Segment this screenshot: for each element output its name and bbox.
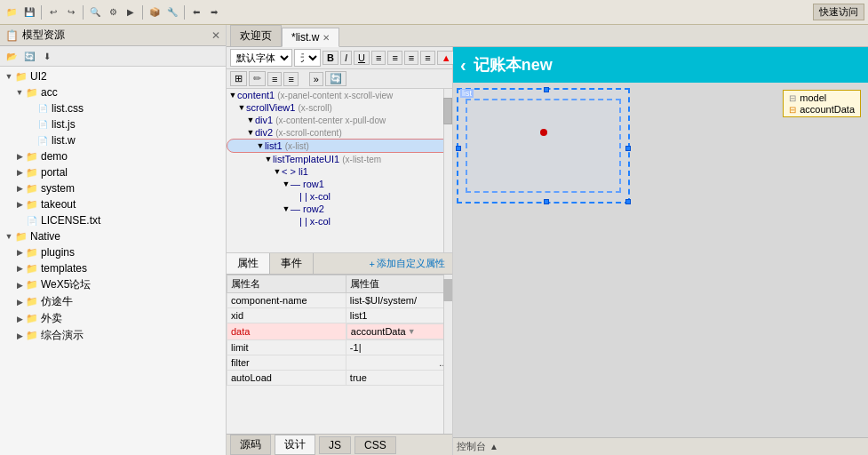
props-scrollbar[interactable] (443, 275, 452, 434)
tree-arrow-wex5[interactable]: ▶ (14, 281, 25, 290)
dom-item-scrollview1[interactable]: ▼ scrollView1 (x-scroll) (227, 101, 452, 114)
tree-item-list-w[interactable]: 📄 list.w (0, 132, 226, 148)
quick-access-button[interactable]: 快速访问 (813, 4, 864, 20)
toolbar-icon-8[interactable]: 📦 (147, 4, 163, 20)
tab-listw-close[interactable]: ✕ (323, 33, 330, 43)
dom-arrow-row2[interactable]: ▼ (282, 204, 291, 213)
handle-bottom[interactable] (544, 199, 549, 204)
more-button[interactable]: » (309, 72, 323, 86)
dom-item-xcol2[interactable]: | | x-col (227, 215, 452, 228)
dom-tree-scrollbar-thumb[interactable] (443, 98, 452, 124)
tree-arrow-ui2[interactable]: ▼ (4, 72, 14, 81)
toolbar-icon-4[interactable]: ↪ (63, 4, 79, 20)
left-toolbar-icon-3[interactable]: ⬇ (39, 48, 55, 64)
dom-item-div2[interactable]: ▼ div2 (x-scroll-content) (227, 126, 452, 139)
tree-item-templates[interactable]: ▶ 📁 templates (0, 260, 226, 276)
tree-arrow-templates[interactable]: ▶ (14, 264, 25, 273)
tree-arrow-zonghe[interactable]: ▶ (14, 331, 25, 340)
dom-item-content1[interactable]: ▼ content1 (x-panel-content x-scroll-vie… (227, 89, 452, 101)
tab-listw[interactable]: *list.w ✕ (282, 28, 339, 47)
toolbar-icon-6[interactable]: ⚙ (105, 4, 121, 20)
handle-bottom-right[interactable] (625, 199, 631, 204)
tree-item-plugins[interactable]: ▶ 📁 plugins (0, 244, 226, 260)
bottom-tab-js[interactable]: JS (319, 436, 351, 454)
props-scrollbar-thumb[interactable] (443, 279, 452, 301)
left-toolbar-icon-2[interactable]: 🔄 (21, 48, 37, 64)
tab-welcome[interactable]: 欢迎页 (230, 25, 282, 46)
dom-item-row1[interactable]: ▼ — row1 (227, 178, 452, 190)
prop-val-autoload[interactable]: true (346, 371, 451, 386)
tree-arrow-system[interactable]: ▶ (14, 184, 25, 193)
dom-arrow-list1[interactable]: ▼ (256, 141, 265, 150)
dom-arrow-li1[interactable]: ▼ (273, 167, 282, 176)
props-tab-properties[interactable]: 属性 (227, 253, 270, 274)
tree-arrow-acc[interactable]: ▼ (14, 88, 25, 97)
toolbar-icon-9[interactable]: 🔧 (164, 4, 180, 20)
dom-item-xcol1[interactable]: | | x-col (227, 190, 452, 203)
dom-arrow-listtemplate[interactable]: ▼ (264, 155, 273, 164)
tree-item-waimai[interactable]: ▶ 📁 外卖 (0, 310, 226, 327)
indent-button[interactable]: ≡ (283, 72, 298, 86)
toolbar-icon-7[interactable]: ▶ (123, 4, 139, 20)
dom-arrow-div1[interactable]: ▼ (246, 116, 255, 124)
toolbar-icon-2[interactable]: 💾 (21, 4, 37, 20)
dom-arrow-div2[interactable]: ▼ (246, 128, 255, 137)
tree-item-acc[interactable]: ▼ 📁 acc (0, 84, 226, 100)
dom-item-div1[interactable]: ▼ div1 (x-content-center x-pull-dow (227, 114, 452, 126)
back-button[interactable]: ‹ (460, 55, 466, 76)
prop-val-data[interactable]: accountData ▼ (346, 323, 452, 339)
tree-item-system[interactable]: ▶ 📁 system (0, 180, 226, 196)
tree-item-list-css[interactable]: 📄 list.css (0, 100, 226, 116)
tree-item-license[interactable]: 📄 LICENSE.txt (0, 212, 226, 228)
dom-item-list1[interactable]: ▼ list1 (x-list) (227, 139, 452, 153)
align-center-button[interactable]: ≡ (387, 51, 402, 65)
insert-table-button[interactable]: ⊞ (230, 71, 247, 86)
dom-item-row2[interactable]: ▼ — row2 (227, 203, 452, 215)
dom-arrow-content1[interactable]: ▼ (228, 91, 237, 100)
handle-top[interactable] (544, 87, 549, 92)
tree-item-fangtuniu[interactable]: ▶ 📁 仿途牛 (0, 293, 226, 310)
prop-val-xid[interactable]: list1 (346, 308, 451, 323)
tree-item-takeout[interactable]: ▶ 📁 takeout (0, 196, 226, 212)
tree-item-portal[interactable]: ▶ 📁 portal (0, 164, 226, 180)
dom-tree-scrollbar[interactable] (443, 89, 452, 252)
handle-left[interactable] (456, 146, 461, 151)
size-select[interactable]: 无 (294, 49, 321, 67)
tree-item-wex5[interactable]: ▶ 📁 WeX5论坛 (0, 276, 226, 293)
tree-arrow-plugins[interactable]: ▶ (14, 248, 25, 257)
toolbar-icon-11[interactable]: ➡ (206, 4, 222, 20)
props-tab-events[interactable]: 事件 (270, 253, 314, 274)
tree-arrow-takeout[interactable]: ▶ (14, 200, 25, 209)
dom-item-li1[interactable]: ▼ < > li1 (227, 165, 452, 178)
left-toolbar-icon-1[interactable]: 📂 (4, 48, 20, 64)
align-left-button[interactable]: ≡ (371, 51, 386, 65)
font-select[interactable]: 默认字体 (230, 49, 292, 67)
tree-item-zonghe[interactable]: ▶ 📁 综合演示 (0, 327, 226, 344)
dom-arrow-row1[interactable]: ▼ (282, 180, 291, 188)
tree-item-ui2[interactable]: ▼ 📁 UI2 (0, 68, 226, 84)
bottom-tab-css[interactable]: CSS (354, 436, 396, 454)
dom-item-listtemplate[interactable]: ▼ listTemplateUI1 (x-list-tem (227, 153, 452, 165)
bold-button[interactable]: B (323, 51, 338, 65)
bottom-tab-design[interactable]: 设计 (275, 435, 315, 455)
left-panel-close[interactable]: ✕ (211, 29, 220, 42)
data-dropdown-icon[interactable]: ▼ (408, 327, 416, 336)
underline-button[interactable]: U (354, 51, 370, 65)
tree-item-native[interactable]: ▼ 📁 Native (0, 228, 226, 244)
tree-arrow-native[interactable]: ▼ (4, 232, 14, 241)
bottom-tab-source[interactable]: 源码 (230, 435, 271, 455)
add-property-button[interactable]: + 添加自定义属性 (362, 253, 452, 274)
toolbar-icon-3[interactable]: ↩ (45, 4, 61, 20)
tree-item-demo[interactable]: ▶ 📁 demo (0, 148, 226, 164)
toolbar-icon-1[interactable]: 📁 (4, 4, 20, 20)
align-right-button[interactable]: ≡ (404, 51, 418, 65)
list-button[interactable]: ≡ (267, 72, 282, 86)
refresh-button[interactable]: 🔄 (325, 71, 346, 86)
dom-arrow-scrollview1[interactable]: ▼ (237, 103, 246, 112)
italic-button[interactable]: I (340, 51, 352, 65)
handle-right[interactable] (625, 146, 631, 151)
tree-arrow-portal[interactable]: ▶ (14, 168, 25, 177)
prop-val-limit[interactable]: -1| (346, 340, 451, 355)
align-justify-button[interactable]: ≡ (420, 51, 434, 65)
toolbar-icon-10[interactable]: ⬅ (188, 4, 204, 20)
